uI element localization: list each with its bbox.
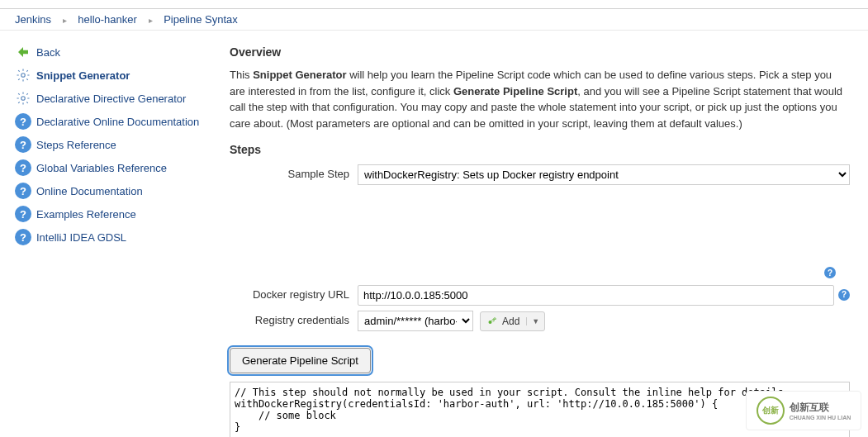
overview-bold: Snippet Generator [253, 69, 346, 81]
overview-title: Overview [230, 45, 850, 59]
overview-text: This [230, 69, 253, 81]
sample-step-row: Sample Step withDockerRegistry: Sets up … [230, 164, 850, 185]
top-bar [0, 0, 868, 9]
overview-description: This Snippet Generator will help you lea… [230, 67, 850, 131]
help-icon: ? [15, 206, 31, 222]
sidebar-item-label: Declarative Online Documentation [36, 116, 199, 128]
breadcrumb-sep: ▸ [149, 16, 153, 25]
sidebar-item-label: Declarative Directive Generator [36, 93, 186, 105]
registry-cred-row: Registry credentials admin/****** (harbo… [230, 311, 850, 331]
sidebar-item-back[interactable]: Back [0, 40, 230, 64]
key-icon [487, 316, 497, 326]
sidebar-item-label: Back [36, 46, 60, 59]
gear-icon [15, 90, 31, 107]
brand-sub: CHUANG XIN HU LIAN [790, 415, 851, 420]
add-button-label: Add [502, 316, 519, 327]
help-icon: ? [15, 229, 31, 245]
docker-url-input[interactable] [358, 285, 834, 306]
breadcrumb-page[interactable]: Pipeline Syntax [164, 13, 238, 26]
help-icon: ? [15, 136, 31, 153]
breadcrumb-jenkins[interactable]: Jenkins [15, 13, 51, 26]
overview-bold: Generate Pipeline Script [453, 85, 577, 97]
docker-url-row: Docker registry URL ? ? [230, 285, 850, 306]
breadcrumb-sep: ▸ [63, 16, 67, 25]
help-icon: ? [15, 183, 31, 199]
sidebar-item-global-vars-ref[interactable]: ? Global Variables Reference [0, 156, 230, 179]
help-icon: ? [15, 159, 31, 176]
sidebar-item-label: Snippet Generator [36, 69, 130, 82]
sidebar-item-label: IntelliJ IDEA GDSL [36, 231, 126, 244]
breadcrumbs: Jenkins ▸ hello-hanker ▸ Pipeline Syntax [0, 9, 868, 31]
sidebar-item-declarative-online-doc[interactable]: ? Declarative Online Documentation [0, 110, 230, 133]
back-arrow-icon [15, 44, 31, 60]
sidebar-item-snippet-generator[interactable]: Snippet Generator [0, 64, 230, 87]
sidebar: Back Snippet Generator Declarative Direc… [0, 31, 230, 437]
docker-url-help[interactable]: ? [838, 287, 850, 299]
main-content: Overview This Snippet Generator will hel… [230, 31, 868, 437]
svg-point-2 [489, 321, 492, 324]
sidebar-item-label: Examples Reference [36, 208, 136, 221]
help-icon[interactable]: ? [824, 267, 836, 278]
docker-url-label: Docker registry URL [230, 285, 358, 301]
help-icon: ? [15, 113, 31, 130]
sidebar-item-label: Online Documentation [36, 185, 143, 197]
brand-name: 创新互联 [790, 401, 851, 415]
registry-cred-label: Registry credentials [230, 311, 358, 326]
add-dropdown-caret-icon: ▼ [526, 317, 538, 325]
sidebar-item-declarative-directive[interactable]: Declarative Directive Generator [0, 87, 230, 110]
sample-step-select[interactable]: withDockerRegistry: Sets up Docker regis… [358, 164, 850, 185]
generate-pipeline-script-button[interactable]: Generate Pipeline Script [230, 348, 371, 373]
brand-circle-icon: 创新 [757, 397, 785, 425]
steps-title: Steps [230, 143, 850, 156]
sidebar-item-steps-reference[interactable]: ? Steps Reference [0, 133, 230, 156]
spacer [230, 190, 850, 285]
sample-step-label: Sample Step [230, 164, 358, 180]
brand-logo: 创新 创新互联 CHUANG XIN HU LIAN [746, 391, 861, 430]
sidebar-item-online-doc[interactable]: ? Online Documentation [0, 179, 230, 202]
sidebar-item-label: Global Variables Reference [36, 162, 167, 174]
svg-point-1 [21, 97, 26, 101]
sidebar-item-label: Steps Reference [36, 139, 116, 151]
add-credentials-button[interactable]: Add ▼ [480, 311, 545, 331]
svg-point-0 [21, 74, 26, 78]
breadcrumb-job[interactable]: hello-hanker [78, 13, 137, 26]
sidebar-item-examples-ref[interactable]: ? Examples Reference [0, 202, 230, 226]
registry-cred-select[interactable]: admin/****** (harbo-auth) [358, 311, 473, 331]
gear-icon [15, 67, 31, 83]
sidebar-item-intellij-gdsl[interactable]: ? IntelliJ IDEA GDSL [0, 226, 230, 249]
